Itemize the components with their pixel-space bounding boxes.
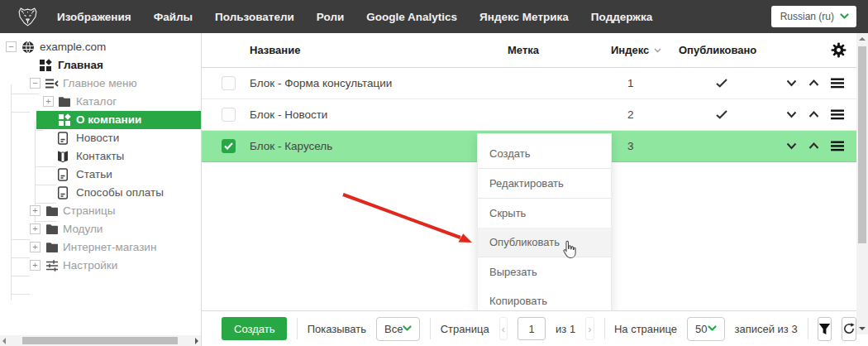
per-page-value: 50 <box>695 323 707 335</box>
row-name: Блок - Карусель <box>245 140 501 152</box>
tree-item-moduli[interactable]: + Модули <box>0 220 201 238</box>
nav-google-analytics[interactable]: Google Analytics <box>366 11 457 23</box>
tree-item-internet-magazin[interactable]: + Интернет-магазин <box>0 238 201 257</box>
nav-support[interactable]: Поддержка <box>591 11 652 23</box>
row-menu-icon[interactable] <box>831 141 844 151</box>
move-up-icon[interactable] <box>808 79 819 87</box>
show-filter-value: Все <box>384 323 403 335</box>
menu-item-create[interactable]: Создать <box>478 139 611 168</box>
table-footer: Создать Показывать Все Страница ‹ из 1 ›… <box>202 310 856 346</box>
document-icon <box>56 186 69 199</box>
admin-app: Изображения Файлы Пользователи Роли Goog… <box>0 0 868 346</box>
nav-roles[interactable]: Роли <box>317 11 344 23</box>
gear-icon[interactable] <box>831 42 847 58</box>
site-tree-sidebar: − example.com Главная − <box>0 33 202 346</box>
row-index: 2 <box>604 108 672 121</box>
tree-item-example-com[interactable]: − example.com <box>0 38 201 56</box>
page-of-label: из 1 <box>556 323 575 335</box>
menu-item-publish[interactable]: Опубликовать <box>478 228 611 257</box>
row-name: Блок - Новости <box>245 108 501 121</box>
table-vertical-scrollbar[interactable] <box>856 33 868 334</box>
folder-icon <box>58 95 71 108</box>
show-filter-select[interactable]: Все <box>376 317 420 341</box>
tree-item-kontakty[interactable]: Контакты <box>0 147 201 166</box>
per-page-label: На странице <box>614 323 677 335</box>
expand-toggle[interactable]: + <box>30 205 41 216</box>
tree-item-katalog[interactable]: + Каталог <box>0 93 201 111</box>
row-checkbox-checked[interactable] <box>222 139 236 153</box>
refresh-button[interactable] <box>842 317 856 341</box>
tree-item-novosti[interactable]: Новости <box>0 129 201 147</box>
tree-item-sposoby-oplaty[interactable]: Способы оплаты <box>0 184 201 202</box>
column-header-name[interactable]: Название <box>245 44 501 56</box>
row-checkbox[interactable] <box>222 76 236 90</box>
move-down-icon[interactable] <box>786 111 797 118</box>
expand-toggle[interactable]: + <box>30 242 41 252</box>
per-page-select[interactable]: 50 <box>687 317 724 341</box>
nav-images[interactable]: Изображения <box>57 11 131 23</box>
table-row[interactable]: Блок - Новости 2 <box>202 99 856 131</box>
scroll-down-icon[interactable] <box>859 327 866 330</box>
check-icon <box>716 110 727 119</box>
column-header-published[interactable]: Опубликовано <box>672 44 771 56</box>
scrollbar-thumb[interactable] <box>22 337 178 344</box>
blocks-icon <box>58 113 71 127</box>
records-count-label: записей из 3 <box>735 323 798 335</box>
row-index: 1 <box>604 77 672 89</box>
row-menu-icon[interactable] <box>831 109 844 120</box>
row-checkbox[interactable] <box>222 108 236 122</box>
move-up-icon[interactable] <box>808 142 819 150</box>
scroll-up-icon[interactable] <box>859 37 866 41</box>
nav-users[interactable]: Пользователи <box>215 11 294 23</box>
row-actions <box>771 109 856 120</box>
table-row[interactable]: Блок - Форма консультации 1 <box>202 68 856 99</box>
menu-item-hide[interactable]: Скрыть <box>478 199 611 228</box>
tree-item-glavnoe-menu[interactable]: − Главное меню <box>0 74 201 93</box>
column-header-index[interactable]: Индекс <box>604 44 672 56</box>
nav-files[interactable]: Файлы <box>154 11 193 23</box>
filter-button[interactable] <box>818 317 832 341</box>
tree-item-glavnaya[interactable]: Главная <box>0 56 201 74</box>
page-number-input[interactable] <box>517 317 546 340</box>
row-published <box>672 110 771 119</box>
page-label: Страница <box>441 323 489 335</box>
globe-icon <box>21 41 35 54</box>
chevron-down-icon <box>840 13 849 20</box>
tree-item-stranitsy[interactable]: + Страницы <box>0 202 201 220</box>
move-down-icon[interactable] <box>786 79 797 87</box>
row-index: 3 <box>604 140 672 152</box>
sidebar-horizontal-scrollbar[interactable] <box>0 335 201 346</box>
row-actions <box>771 141 856 151</box>
language-value: Russian (ru) <box>780 11 834 22</box>
prev-page-button[interactable]: ‹ <box>499 317 508 340</box>
move-down-icon[interactable] <box>786 142 797 150</box>
top-navigation: Изображения Файлы Пользователи Роли Goog… <box>57 11 652 23</box>
sliders-icon <box>45 259 59 272</box>
scroll-left-icon[interactable] <box>2 338 6 344</box>
menu-item-copy[interactable]: Копировать <box>478 286 611 312</box>
expand-toggle[interactable]: + <box>30 260 41 271</box>
collapse-toggle[interactable]: − <box>6 41 17 52</box>
next-page-button[interactable]: › <box>585 317 594 340</box>
scrollbar-thumb[interactable] <box>858 46 866 243</box>
row-menu-icon[interactable] <box>831 78 844 89</box>
collapse-toggle[interactable]: − <box>30 78 41 89</box>
language-selector[interactable]: Russian (ru) <box>771 6 856 27</box>
nav-yandex-metrika[interactable]: Яндекс Метрика <box>479 11 569 23</box>
table-header: Название Метка Индекс Опубликовано <box>202 33 856 68</box>
menu-item-edit[interactable]: Редактировать <box>478 169 611 198</box>
expand-toggle[interactable]: + <box>30 223 41 234</box>
tree-guide-line <box>11 294 30 295</box>
tree-item-stati[interactable]: Статьи <box>0 166 201 184</box>
column-settings[interactable] <box>771 42 856 58</box>
scroll-right-icon[interactable] <box>195 338 198 344</box>
move-up-icon[interactable] <box>808 111 819 118</box>
column-header-label[interactable]: Метка <box>501 44 604 56</box>
tree-item-nastroyki[interactable]: + Настройки <box>0 257 201 275</box>
create-button[interactable]: Создать <box>222 317 287 340</box>
leopard-logo-icon[interactable] <box>17 7 39 27</box>
tree-item-o-kompanii[interactable]: О компании <box>0 111 201 129</box>
menu-item-cut[interactable]: Вырезать <box>478 257 611 286</box>
check-icon <box>716 79 727 88</box>
expand-toggle[interactable]: + <box>43 96 54 107</box>
